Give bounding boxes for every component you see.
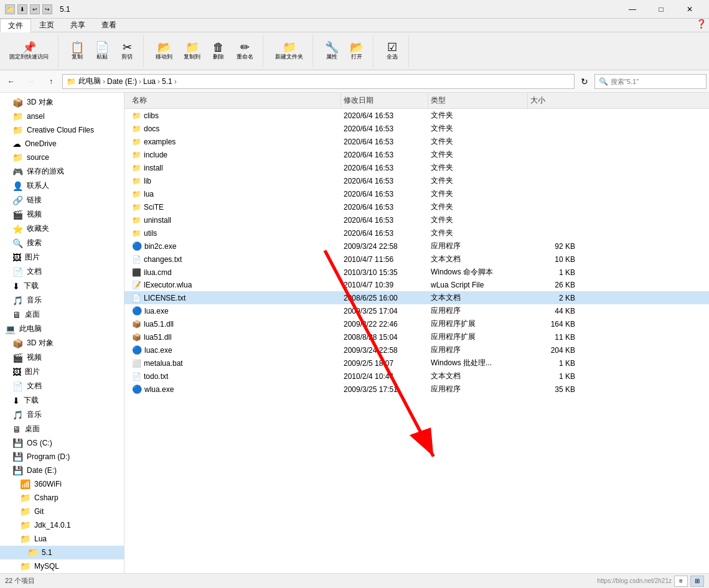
sidebar-item-23[interactable]: 🖥桌面 — [0, 422, 124, 436]
col-type[interactable]: 类型 — [428, 93, 528, 108]
sidebar-item-33[interactable]: 📁MySQL — [0, 559, 124, 573]
copy-to-button[interactable]: 📁 复制到 — [179, 40, 205, 63]
tab-view[interactable]: 查看 — [93, 19, 124, 32]
new-folder-button[interactable]: 📁 新建文件夹 — [271, 40, 308, 63]
redo-icon[interactable]: ↪ — [42, 4, 52, 14]
sidebar-item-25[interactable]: 💾Program (D:) — [0, 450, 124, 464]
minimize-button[interactable]: — — [618, 0, 647, 19]
col-size[interactable]: 大小 — [528, 93, 578, 108]
sidebar-item-12[interactable]: 📄文档 — [0, 264, 124, 279]
file-row-4[interactable]: 📁 install 2020/6/4 16:53 文件夹 — [124, 161, 709, 174]
sidebar-item-3[interactable]: ☁OneDrive — [0, 137, 124, 151]
file-row-18[interactable]: 🔵 luac.exe 2009/3/24 22:58 应用程序 204 KB — [124, 343, 709, 357]
forward-button[interactable]: → — [22, 73, 40, 90]
file-row-10[interactable]: 🔵 bin2c.exe 2009/3/24 22:58 应用程序 92 KB — [124, 240, 709, 253]
file-row-21[interactable]: 🔵 wlua.exe 2009/3/25 17:51 应用程序 35 KB — [124, 383, 709, 396]
sidebar-item-15[interactable]: 🖥桌面 — [0, 307, 124, 322]
maximize-button[interactable]: □ — [647, 0, 675, 19]
sidebar-item-9[interactable]: ⭐收藏夹 — [0, 222, 124, 236]
col-date[interactable]: 修改日期 — [341, 93, 428, 108]
pin-to-quick-access-button[interactable]: 📌 固定到快速访问 — [5, 40, 53, 63]
tab-home[interactable]: 主页 — [31, 19, 62, 32]
sidebar-item-1[interactable]: 📁ansel — [0, 110, 124, 123]
file-row-3[interactable]: 📁 include 2020/6/4 16:53 文件夹 — [124, 148, 709, 161]
file-row-17[interactable]: 📦 lua51.dll 2008/8/28 15:04 应用程序扩展 11 KB — [124, 330, 709, 343]
sidebar-item-17[interactable]: 📦3D 对象 — [0, 336, 124, 350]
help-icon[interactable]: ❓ — [696, 19, 707, 32]
sidebar-item-7[interactable]: 🔗链接 — [0, 193, 124, 207]
close-button[interactable]: ✕ — [675, 0, 704, 19]
sidebar-item-label-30: Jdk_14.0.1 — [34, 521, 71, 530]
sidebar-item-22[interactable]: 🎵音乐 — [0, 408, 124, 422]
file-row-6[interactable]: 📁 lua 2020/6/4 16:53 文件夹 — [124, 187, 709, 200]
sidebar-item-4[interactable]: 📁source — [0, 151, 124, 164]
move-to-button[interactable]: 📂 移动到 — [151, 40, 177, 63]
sidebar-item-26[interactable]: 💾Date (E:) — [0, 464, 124, 477]
paste-button[interactable]: 📄 粘贴 — [91, 40, 113, 63]
sidebar-item-31[interactable]: 📁Lua — [0, 532, 124, 546]
file-row-14[interactable]: 📄 LICENSE.txt 2008/6/25 16:00 文本文档 2 KB — [124, 291, 709, 304]
back-button[interactable]: ← — [2, 73, 20, 90]
sidebar-item-8[interactable]: 🎬视频 — [0, 207, 124, 222]
sidebar-item-28[interactable]: 📁Csharp — [0, 491, 124, 505]
properties-button[interactable]: 🔧 属性 — [321, 40, 343, 63]
sidebar-item-24[interactable]: 💾OS (C:) — [0, 436, 124, 450]
file-row-8[interactable]: 📁 uninstall 2020/6/4 16:53 文件夹 — [124, 213, 709, 226]
sidebar-item-18[interactable]: 🎬视频 — [0, 350, 124, 365]
sidebar-item-2[interactable]: 📁Creative Cloud Files — [0, 123, 124, 137]
properties-icon: 🔧 — [325, 42, 339, 53]
open-button[interactable]: 📂 打开 — [345, 40, 368, 63]
tab-share[interactable]: 共享 — [62, 19, 93, 32]
sidebar-item-30[interactable]: 📁Jdk_14.0.1 — [0, 518, 124, 532]
refresh-button[interactable]: ↻ — [577, 74, 592, 89]
file-cell-date-11: 2010/4/7 11:56 — [341, 254, 428, 265]
file-row-16[interactable]: 📦 lua5.1.dll 2009/3/22 22:46 应用程序扩展 164 … — [124, 317, 709, 330]
sidebar-item-32[interactable]: 📁5.1 — [0, 546, 124, 559]
file-row-5[interactable]: 📁 lib 2020/6/4 16:53 文件夹 — [124, 174, 709, 187]
sidebar-item-14[interactable]: 🎵音乐 — [0, 293, 124, 307]
quick-access-icon[interactable]: ⬇ — [17, 4, 27, 14]
delete-button[interactable]: 🗑 删除 — [207, 40, 230, 63]
file-row-1[interactable]: 📁 docs 2020/6/4 16:53 文件夹 — [124, 122, 709, 135]
sidebar-item-29[interactable]: 📁Git — [0, 505, 124, 518]
sidebar-item-5[interactable]: 🎮保存的游戏 — [0, 164, 124, 179]
copy-button[interactable]: 📋 复制 — [66, 40, 88, 63]
file-row-2[interactable]: 📁 examples 2020/6/4 16:53 文件夹 — [124, 135, 709, 148]
sidebar-item-6[interactable]: 👤联系人 — [0, 179, 124, 193]
paste-icon: 📄 — [95, 42, 109, 53]
file-row-9[interactable]: 📁 utils 2020/6/4 16:53 文件夹 — [124, 226, 709, 240]
rename-button[interactable]: ✏ 重命名 — [232, 40, 258, 63]
cut-button[interactable]: ✂ 剪切 — [116, 40, 138, 63]
search-input[interactable] — [611, 78, 702, 85]
sidebar-item-11[interactable]: 🖼图片 — [0, 250, 124, 264]
sidebar-item-icon-32: 📁 — [27, 548, 38, 558]
select-all-button[interactable]: ☑ 全选 — [381, 40, 403, 63]
file-row-0[interactable]: 📁 clibs 2020/6/4 16:53 文件夹 — [124, 109, 709, 122]
file-row-12[interactable]: ⬛ ilua.cmd 2010/3/10 15:35 Windows 命令脚本 … — [124, 266, 709, 279]
up-button[interactable]: ↑ — [42, 73, 60, 90]
sidebar-item-0[interactable]: 📦3D 对象 — [0, 95, 124, 110]
address-path[interactable]: 📁 此电脑 › Date (E:) › Lua › 5.1 › — [62, 74, 575, 89]
undo-icon[interactable]: ↩ — [30, 4, 40, 14]
tab-file[interactable]: 文件 — [0, 19, 31, 32]
sidebar-item-19[interactable]: 🖼图片 — [0, 365, 124, 379]
sidebar-item-16[interactable]: 💻此电脑 — [0, 322, 124, 336]
sidebar-item-21[interactable]: ⬇下载 — [0, 393, 124, 408]
col-name[interactable]: 名称 — [129, 93, 341, 108]
view-large-icons-button[interactable]: ⊞ — [690, 576, 704, 587]
sidebar-item-20[interactable]: 📄文档 — [0, 379, 124, 393]
file-cell-size-9 — [528, 232, 578, 235]
sidebar-item-13[interactable]: ⬇下载 — [0, 279, 124, 293]
ribbon-group-organize: 📂 移动到 📁 复制到 🗑 删除 ✏ 重命名 — [151, 35, 263, 67]
file-row-7[interactable]: 📁 SciTE 2020/6/4 16:53 文件夹 — [124, 200, 709, 213]
view-details-button[interactable]: ≡ — [674, 576, 688, 587]
file-row-19[interactable]: ⬜ metalua.bat 2009/2/5 18:07 Windows 批处理… — [124, 357, 709, 370]
ribbon: 文件 主页 共享 查看 ❓ 📌 固定到快速访问 📋 复制 📄 粘贴 — [0, 19, 709, 70]
sidebar-item-icon-17: 📦 — [12, 338, 23, 348]
sidebar-item-27[interactable]: 📶360WiFi — [0, 477, 124, 491]
file-row-13[interactable]: 📝 lExecutor.wlua 2010/4/7 10:39 wLua Scr… — [124, 279, 709, 291]
file-row-11[interactable]: 📄 changes.txt 2010/4/7 11:56 文本文档 10 KB — [124, 253, 709, 266]
file-row-15[interactable]: 🔵 lua.exe 2009/3/25 17:04 应用程序 44 KB — [124, 304, 709, 317]
sidebar-item-10[interactable]: 🔍搜索 — [0, 236, 124, 250]
file-row-20[interactable]: 📄 todo.txt 2010/2/4 10:44 文本文档 1 KB — [124, 370, 709, 383]
